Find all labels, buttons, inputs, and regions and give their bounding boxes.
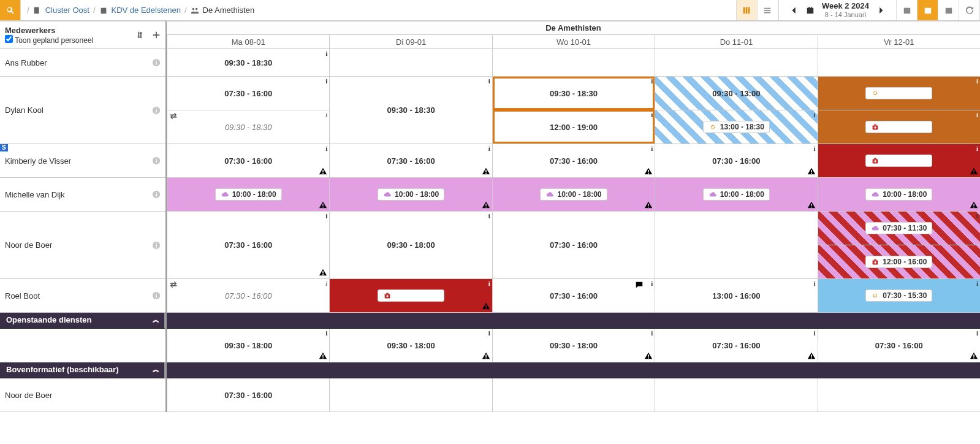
schedule-cell[interactable]: 09:30 - 18:30i12:00 - 19:00i [492, 77, 655, 144]
info-marker[interactable]: i [488, 212, 490, 220]
swap-marker[interactable] [169, 280, 178, 290]
schedule-cell[interactable] [329, 49, 492, 77]
info-icon[interactable] [152, 156, 161, 165]
warn-marker[interactable] [644, 201, 653, 210]
info-marker[interactable]: i [651, 111, 653, 118]
schedule-cell[interactable]: 07:30 - 16:00i [818, 329, 980, 362]
info-marker[interactable]: i [814, 329, 816, 337]
shift[interactable]: 07:30 - 16:00i [330, 144, 492, 177]
shift[interactable]: 07:30 - 16:00i [167, 77, 329, 110]
info-icon[interactable] [152, 291, 161, 300]
shift[interactable]: 10:00 - 18:00 [655, 178, 817, 211]
schedule-cell[interactable]: 10:00 - 18:00 [818, 178, 980, 212]
shift[interactable]: 13:00 - 18:30i [655, 110, 817, 144]
warn-marker[interactable] [319, 268, 327, 278]
warn-marker[interactable] [482, 167, 490, 177]
crumb-cluster[interactable]: Cluster Oost [45, 6, 89, 15]
shift[interactable]: 07:30 - 16:00i [818, 329, 980, 362]
info-icon[interactable] [152, 241, 161, 250]
schedule-cell[interactable] [818, 378, 980, 412]
shift[interactable]: 09:30 - 18:00i [330, 329, 492, 362]
empty-shift[interactable] [655, 378, 817, 411]
warn-marker[interactable] [319, 167, 327, 177]
info-marker[interactable]: i [976, 145, 978, 152]
info-marker[interactable]: i [325, 329, 327, 337]
schedule-cell[interactable]: 07:30 - 16:00 [167, 378, 329, 412]
warn-marker[interactable] [644, 167, 653, 177]
schedule-cell[interactable]: 07:30 - 16:00i [167, 212, 329, 279]
schedule-cell[interactable]: 07:30 - 11:30i12:00 - 16:00 [818, 212, 980, 279]
schedule-cell[interactable]: 07:30 - 16:00i [655, 144, 817, 178]
info-marker[interactable]: i [325, 145, 327, 152]
info-marker[interactable]: i [325, 50, 327, 57]
schedule-cell[interactable]: 07:30 - 16:00i [492, 279, 655, 313]
crumb-location[interactable]: KDV de Edelstenen [112, 6, 181, 15]
info-marker[interactable]: i [488, 329, 490, 337]
schedule-cell[interactable] [329, 378, 492, 412]
section-bovenformatief[interactable]: Bovenformatief (beschikbaar)︽ [0, 362, 165, 378]
info-icon[interactable] [152, 58, 161, 67]
schedule-cell[interactable]: 07:30 - 16:00i [167, 279, 329, 313]
shift[interactable]: 12:00 - 16:00 [818, 245, 980, 278]
warn-marker[interactable] [970, 201, 978, 210]
info-marker[interactable]: i [488, 145, 490, 152]
schedule-cell[interactable]: 10:00 - 18:00 [492, 178, 655, 212]
schedule-cell[interactable]: 07:30 - 16:00i [329, 279, 492, 313]
schedule-cell[interactable]: 10:00 - 18:00 [167, 178, 329, 212]
warn-marker[interactable] [807, 201, 816, 210]
warn-marker[interactable] [319, 201, 327, 210]
week-display[interactable]: Week 2 2024 8 - 14 Januari [822, 1, 869, 19]
prev-week-button[interactable] [790, 6, 799, 15]
next-week-button[interactable] [876, 6, 885, 15]
cal-day-button[interactable] [897, 0, 917, 20]
employee-row[interactable]: SKimberly de Visser [0, 144, 165, 178]
shift[interactable]: 13:00 - 16:00i [655, 279, 817, 312]
schedule-cell[interactable]: 09:30 - 18:00i [167, 329, 329, 362]
shift[interactable]: 10:00 - 18:00 [818, 178, 980, 211]
cal-month-button[interactable] [938, 0, 959, 20]
info-marker[interactable]: i [325, 212, 327, 220]
shift[interactable]: 07:30 - 16:00i [655, 144, 817, 177]
shift[interactable]: 07:30 - 16:00 [493, 212, 655, 278]
schedule-cell[interactable]: 09:30 - 18:30i [329, 77, 492, 144]
empty-shift[interactable] [818, 49, 980, 76]
schedule-cell[interactable]: 10:00 - 18:00 [329, 178, 492, 212]
shift[interactable]: 10:00 - 18:00 [493, 178, 655, 211]
refresh-button[interactable] [959, 0, 980, 20]
show-planned-toggle[interactable]: Toon gepland personeel [5, 36, 93, 45]
info-marker[interactable]: i [651, 329, 653, 337]
empty-shift[interactable] [330, 378, 492, 411]
schedule-cell[interactable]: 07:30 - 16:00 [492, 212, 655, 279]
shift[interactable]: 07:30 - 16:00i [167, 144, 329, 177]
info-marker[interactable]: i [976, 212, 978, 220]
view-columns-button[interactable] [737, 0, 758, 20]
empty-shift[interactable] [493, 49, 655, 76]
info-marker[interactable]: i [488, 280, 490, 287]
schedule-cell[interactable]: 09:30 - 13:0013:00 - 18:30i [655, 77, 817, 144]
calendar-icon[interactable] [806, 6, 815, 15]
shift[interactable]: 07:30 - 16:00i [655, 329, 817, 362]
empty-shift[interactable] [655, 49, 817, 76]
info-marker[interactable]: i [651, 77, 653, 85]
warn-marker[interactable] [482, 351, 490, 361]
info-marker[interactable]: i [488, 77, 490, 85]
info-marker[interactable]: i [976, 111, 978, 118]
schedule-cell[interactable] [492, 49, 655, 77]
info-marker[interactable]: i [325, 111, 327, 118]
schedule-cell[interactable] [492, 378, 655, 412]
employee-row[interactable]: Noor de Boer [0, 212, 165, 279]
shift[interactable]: 07:30 - 16:00i [493, 144, 655, 177]
shift[interactable]: 09:30 - 18:00i [493, 329, 655, 362]
shift[interactable]: 07:30 - 16:00i [493, 279, 655, 312]
crumb-group[interactable]: De Amethisten [203, 6, 255, 15]
shift[interactable]: 07:30 - 16:00i [167, 279, 329, 312]
comment-marker[interactable] [635, 280, 644, 290]
employee-row[interactable]: Michelle van Dijk [0, 178, 165, 212]
schedule-cell[interactable]: 07:30 - 16:00i [492, 144, 655, 178]
schedule-cell[interactable] [655, 49, 817, 77]
shift[interactable]: 07:30 - 16:00 [167, 378, 329, 411]
swap-marker[interactable] [169, 112, 178, 121]
empty-shift[interactable] [818, 378, 980, 411]
shift[interactable]: 09:30 - 18:00i [330, 212, 492, 278]
schedule-cell[interactable]: 07:30 - 16:00i [167, 144, 329, 178]
